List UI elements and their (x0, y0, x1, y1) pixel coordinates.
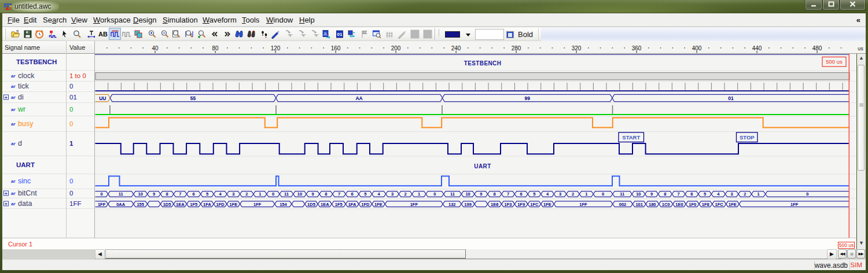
svg-text:1FF: 1FF (410, 202, 418, 207)
svg-text:AA: AA (355, 95, 362, 101)
svg-text:9: 9 (650, 191, 653, 197)
svg-text:80: 80 (212, 45, 219, 51)
svg-text:155: 155 (137, 202, 144, 207)
svg-text:5: 5 (704, 191, 706, 197)
svg-text:8: 8 (664, 191, 666, 197)
svg-text:1FF: 1FF (579, 202, 587, 207)
svg-text:9: 9 (153, 191, 155, 197)
svg-text:101: 101 (635, 202, 643, 207)
svg-text:240: 240 (451, 45, 461, 51)
svg-text:1F9: 1F9 (517, 202, 525, 207)
svg-text:2: 2 (572, 191, 574, 197)
svg-text:0: 0 (433, 191, 436, 197)
svg-text:11: 11 (620, 191, 624, 197)
svg-text:400: 400 (692, 45, 702, 51)
svg-text:1D5: 1D5 (307, 202, 315, 207)
svg-text:us: us (858, 46, 863, 51)
svg-text:6: 6 (690, 191, 693, 197)
svg-text:120: 120 (271, 45, 281, 51)
svg-text:320: 320 (572, 45, 582, 51)
svg-text:1FE: 1FE (543, 202, 551, 207)
svg-text:6: 6 (351, 191, 354, 197)
svg-text:1FE: 1FE (729, 202, 737, 207)
svg-text:11: 11 (284, 191, 289, 197)
svg-text:4: 4 (378, 191, 381, 197)
svg-text:9: 9 (480, 191, 482, 197)
svg-text:480: 480 (812, 45, 822, 51)
svg-text:8: 8 (166, 191, 168, 197)
svg-text:280: 280 (512, 45, 521, 51)
svg-text:2: 2 (245, 191, 248, 197)
svg-text:1: 1 (585, 191, 587, 197)
svg-text:440: 440 (752, 45, 762, 51)
svg-text:1FA: 1FA (203, 202, 211, 207)
svg-text:1FF: 1FF (98, 202, 106, 207)
svg-text:11: 11 (119, 191, 123, 197)
svg-text:1: 1 (757, 191, 760, 197)
svg-text:1FD: 1FD (361, 202, 370, 207)
svg-text:0AA: 0AA (116, 202, 126, 207)
svg-text:START: START (622, 134, 640, 141)
svg-text:0: 0 (602, 191, 604, 197)
svg-text:360: 360 (632, 45, 642, 51)
svg-text:11: 11 (450, 191, 455, 197)
svg-text:1FC: 1FC (530, 202, 539, 207)
svg-text:9: 9 (312, 191, 314, 197)
svg-text:1FD: 1FD (216, 202, 225, 207)
svg-text:5: 5 (533, 191, 535, 197)
svg-text:10: 10 (465, 191, 470, 197)
svg-text:TESTBENCH: TESTBENCH (464, 60, 502, 67)
svg-text:10: 10 (138, 191, 143, 197)
svg-text:40: 40 (152, 45, 159, 51)
svg-text:3: 3 (731, 191, 733, 197)
svg-text:1EA: 1EA (321, 202, 329, 207)
svg-text:132: 132 (448, 202, 456, 207)
svg-text:0: 0 (806, 191, 808, 197)
svg-text:1: 1 (259, 191, 261, 197)
svg-text:1F5: 1F5 (335, 202, 343, 207)
svg-text:8: 8 (325, 191, 327, 197)
svg-text:5: 5 (364, 191, 366, 197)
svg-text:1E6: 1E6 (491, 202, 498, 207)
svg-text:4: 4 (717, 191, 720, 197)
svg-text:UU: UU (99, 95, 106, 101)
svg-text:1FE: 1FE (230, 202, 238, 207)
svg-text:4: 4 (219, 191, 222, 197)
svg-text:1FA: 1FA (348, 202, 356, 207)
svg-text:10: 10 (297, 191, 302, 197)
svg-text:1FF: 1FF (253, 202, 262, 207)
svg-text:6: 6 (193, 191, 195, 197)
svg-text:1C0: 1C0 (662, 202, 670, 207)
svg-text:3: 3 (559, 191, 561, 197)
svg-text:1D5: 1D5 (163, 202, 171, 207)
svg-text:55: 55 (190, 95, 196, 101)
svg-text:99: 99 (524, 95, 530, 101)
svg-text:4: 4 (546, 191, 549, 197)
svg-text:200: 200 (391, 45, 401, 51)
svg-text:1FE: 1FE (374, 202, 382, 207)
svg-text:160: 160 (331, 45, 341, 51)
svg-text:3: 3 (391, 191, 393, 197)
svg-text:7: 7 (507, 191, 509, 197)
svg-text:5: 5 (206, 191, 208, 197)
svg-text:0: 0 (101, 191, 103, 197)
svg-text:7: 7 (678, 191, 680, 197)
svg-text:1F5: 1F5 (190, 202, 197, 207)
svg-text:1F8: 1F8 (702, 202, 709, 207)
svg-text:500 us: 500 us (826, 58, 843, 65)
svg-text:2: 2 (404, 191, 407, 197)
svg-text:6: 6 (520, 191, 523, 197)
svg-text:0: 0 (272, 191, 274, 197)
svg-text:1F3: 1F3 (505, 202, 512, 207)
svg-text:7: 7 (179, 191, 181, 197)
svg-text:1: 1 (418, 191, 420, 197)
svg-text:154: 154 (279, 202, 287, 207)
svg-text:199: 199 (464, 202, 472, 207)
svg-text:002: 002 (619, 202, 627, 207)
svg-text:10: 10 (636, 191, 641, 197)
svg-text:01: 01 (728, 95, 734, 101)
svg-text:1EA: 1EA (176, 202, 185, 207)
svg-text:180: 180 (649, 202, 656, 207)
svg-text:1E0: 1E0 (675, 202, 683, 207)
svg-text:UART: UART (474, 163, 491, 169)
